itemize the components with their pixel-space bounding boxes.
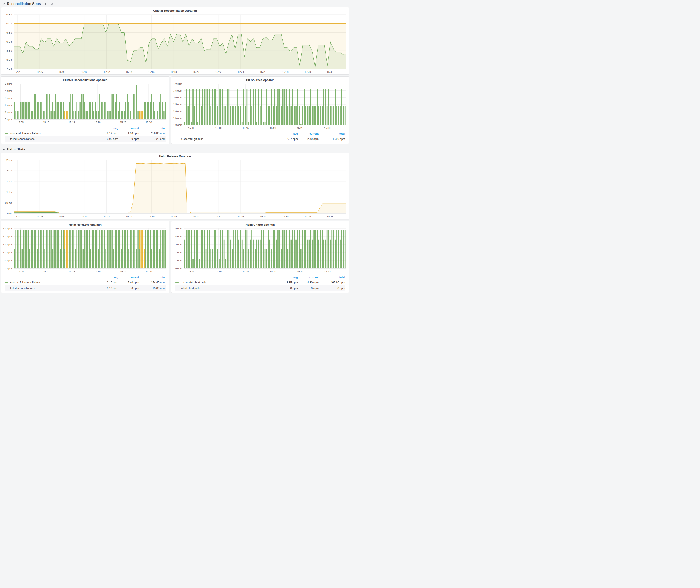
- legend-col-total[interactable]: total: [139, 125, 166, 131]
- svg-text:15:30: 15:30: [305, 215, 311, 218]
- series-current: 0 opm: [298, 285, 319, 291]
- legend-col-avg[interactable]: avg: [98, 275, 119, 280]
- section-header-reconciliation-stats[interactable]: Reconciliation Stats: [0, 0, 350, 7]
- legend-col-current[interactable]: current: [119, 125, 139, 131]
- svg-text:15:14: 15:14: [126, 215, 132, 218]
- panel-title[interactable]: Git Sources ops/min: [171, 77, 349, 82]
- series-color-dash: [5, 133, 8, 134]
- panel-git-sources-opm: Git Sources ops/min 1.0 opm1.5 opm2.0 op…: [171, 76, 349, 144]
- series-name[interactable]: failed chart pulls: [181, 287, 200, 290]
- series-name[interactable]: failed reconciliations: [10, 287, 35, 290]
- legend-col-current[interactable]: current: [119, 275, 139, 280]
- svg-text:15:10: 15:10: [43, 270, 49, 273]
- legend-col-avg[interactable]: avg: [98, 125, 119, 131]
- svg-text:15:22: 15:22: [215, 71, 221, 73]
- svg-text:2 opm: 2 opm: [5, 104, 12, 106]
- cluster-reconciliation-duration-chart[interactable]: 7.5 s8.0 s8.5 s9.0 s9.5 s10.0 s10.5 s15:…: [1, 13, 349, 74]
- git-sources-chart[interactable]: 1.0 opm1.5 opm2.0 opm2.5 opm3.0 opm3.5 o…: [171, 82, 349, 131]
- series-color-dash: [175, 139, 179, 139]
- svg-text:15:25: 15:25: [297, 270, 303, 273]
- svg-text:0.5 opm: 0.5 opm: [3, 259, 12, 262]
- svg-text:15:15: 15:15: [242, 270, 249, 273]
- section-title[interactable]: Helm Stats: [7, 147, 25, 151]
- svg-text:2.5 opm: 2.5 opm: [3, 227, 12, 230]
- svg-text:15:06: 15:06: [37, 71, 43, 73]
- svg-text:15:16: 15:16: [148, 215, 155, 218]
- c6-plot-area[interactable]: 0 opm1 opm2 opm3 opm4 opm5 opm15:0515:10…: [171, 227, 349, 274]
- svg-text:0 opm: 0 opm: [175, 267, 182, 270]
- series-name[interactable]: failed reconciliations: [10, 137, 35, 141]
- cluster-reconciliations-chart[interactable]: 0 opm1 opm2 opm3 opm4 opm5 opm15:0515:10…: [1, 82, 169, 125]
- trash-icon[interactable]: [50, 2, 53, 6]
- svg-text:7.5 s: 7.5 s: [6, 68, 12, 70]
- series-total: 256.80 opm: [139, 131, 166, 136]
- svg-text:15:24: 15:24: [238, 71, 244, 73]
- legend: avgcurrenttotalsuccessful reconciliation…: [1, 125, 169, 144]
- c2-plot-area[interactable]: 0 opm1 opm2 opm3 opm4 opm5 opm15:0515:10…: [1, 82, 169, 125]
- c1-plot-area[interactable]: 7.5 s8.0 s8.5 s9.0 s9.5 s10.0 s10.5 s15:…: [1, 13, 349, 74]
- svg-text:15:10: 15:10: [81, 71, 87, 73]
- c4-plot-area[interactable]: 0 ns500 ms1.0 s1.5 s2.0 s2.5 s15:0415:06…: [1, 158, 349, 219]
- svg-text:15:10: 15:10: [215, 127, 222, 129]
- legend-col-total[interactable]: total: [319, 131, 345, 136]
- svg-text:15:16: 15:16: [148, 71, 155, 73]
- svg-text:15:20: 15:20: [193, 215, 199, 218]
- legend-col-total[interactable]: total: [139, 275, 166, 280]
- svg-text:15:20: 15:20: [270, 127, 276, 129]
- legend-col-total[interactable]: total: [319, 275, 345, 280]
- series-name[interactable]: successful reconciliations: [10, 132, 41, 135]
- svg-text:15:04: 15:04: [14, 71, 21, 73]
- svg-text:15:18: 15:18: [171, 71, 177, 73]
- svg-text:15:15: 15:15: [69, 270, 75, 273]
- panel-title[interactable]: Helm Release Duration: [1, 153, 349, 158]
- panel-title[interactable]: Cluster Reconciliations ops/min: [1, 77, 169, 82]
- series-name[interactable]: successful git pulls: [181, 137, 203, 141]
- chevron-down-icon[interactable]: [3, 3, 5, 5]
- series-color-dash: [5, 282, 8, 283]
- legend-col-current[interactable]: current: [298, 275, 319, 280]
- svg-text:15:30: 15:30: [324, 127, 331, 129]
- svg-text:15:25: 15:25: [120, 270, 126, 273]
- c3-plot-area[interactable]: 1.0 opm1.5 opm2.0 opm2.5 opm3.0 opm3.5 o…: [171, 82, 349, 131]
- svg-text:3 opm: 3 opm: [5, 97, 12, 99]
- svg-text:15:32: 15:32: [327, 71, 333, 73]
- series-avg: 2.12 opm: [98, 131, 119, 136]
- svg-text:15:20: 15:20: [193, 71, 199, 73]
- section-title[interactable]: Reconciliation Stats: [7, 2, 41, 6]
- svg-text:15:12: 15:12: [103, 71, 110, 73]
- legend-col-avg[interactable]: avg: [277, 131, 298, 136]
- gear-icon[interactable]: [44, 2, 47, 6]
- svg-text:500 ms: 500 ms: [4, 202, 12, 204]
- series-avg: 3.85 opm: [277, 280, 298, 285]
- svg-text:15:05: 15:05: [17, 121, 24, 124]
- c5-plot-area[interactable]: 0 opm0.5 opm1.0 opm1.5 opm2.0 opm2.5 opm…: [1, 227, 169, 274]
- panel-title[interactable]: Helm Charts ops/min: [171, 221, 349, 227]
- helm-charts-chart[interactable]: 0 opm1 opm2 opm3 opm4 opm5 opm15:0515:10…: [171, 227, 349, 274]
- series-name[interactable]: successful reconciliations: [10, 281, 41, 284]
- helm-release-duration-chart[interactable]: 0 ns500 ms1.0 s1.5 s2.0 s2.5 s15:0415:06…: [1, 158, 349, 219]
- svg-text:15:20: 15:20: [94, 121, 101, 124]
- svg-text:15:22: 15:22: [215, 215, 221, 218]
- panel-cluster-reconciliation-duration: Cluster Reconciliation Duration 7.5 s8.0…: [1, 7, 349, 75]
- helm-releases-chart[interactable]: 0 opm0.5 opm1.0 opm1.5 opm2.0 opm2.5 opm…: [1, 227, 169, 274]
- legend: avgcurrenttotalsuccessful git pulls2.87 …: [171, 131, 349, 144]
- panel-title[interactable]: Cluster Reconciliation Duration: [1, 7, 349, 13]
- svg-text:9.5 s: 9.5 s: [6, 31, 12, 34]
- section-header-helm-stats[interactable]: Helm Stats: [0, 145, 350, 153]
- svg-text:2.0 s: 2.0 s: [6, 169, 12, 172]
- svg-text:15:08: 15:08: [59, 71, 65, 73]
- panel-title[interactable]: Helm Releases ops/min: [1, 221, 169, 227]
- svg-text:15:24: 15:24: [238, 215, 244, 218]
- series-name[interactable]: successful chart pulls: [181, 281, 206, 284]
- svg-text:15:12: 15:12: [103, 215, 110, 218]
- legend-col-avg[interactable]: avg: [277, 275, 298, 280]
- svg-text:15:10: 15:10: [215, 270, 222, 273]
- series-total: 0 opm: [319, 285, 345, 291]
- panel-helm-release-duration: Helm Release Duration 0 ns500 ms1.0 s1.5…: [1, 153, 349, 219]
- series-current: 4.80 opm: [298, 280, 319, 285]
- legend-col-current[interactable]: current: [298, 131, 319, 136]
- series-current: 0 opm: [119, 285, 139, 291]
- series-current: 2.40 opm: [119, 280, 139, 285]
- chevron-down-icon[interactable]: [3, 148, 5, 151]
- series-current: 1.20 opm: [119, 131, 139, 136]
